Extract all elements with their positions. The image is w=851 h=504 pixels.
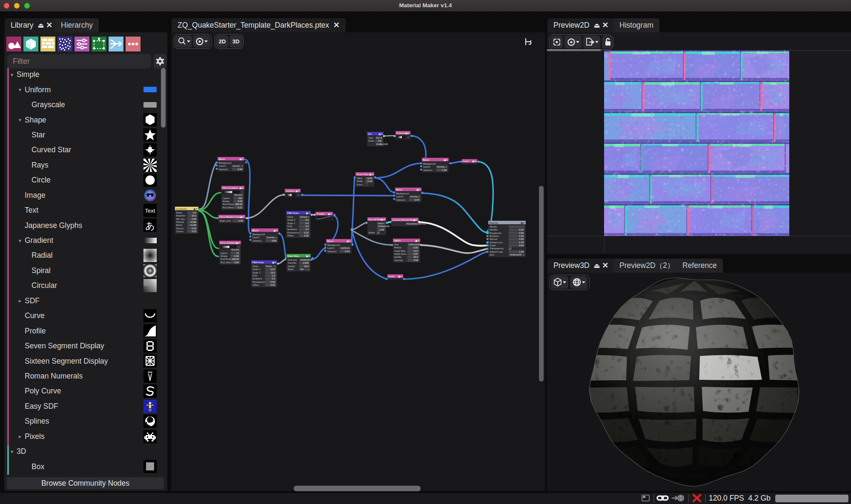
svg-text:Blend: Blend — [219, 158, 225, 160]
svg-text:Rnd offset: Rnd offset — [221, 261, 231, 264]
svg-text:Background: Background — [423, 162, 436, 165]
svg-text:0.50: 0.50 — [519, 244, 524, 247]
svg-text:0.50: 0.50 — [413, 246, 418, 249]
svg-text:Opacity1: Opacity1 — [423, 169, 433, 171]
svg-text:Opacity1: Opacity1 — [327, 250, 337, 253]
svg-text:Stretch: Stretch — [234, 194, 241, 196]
svg-text:Math Warp: Math Warp — [288, 255, 299, 257]
svg-text:0.00: 0.00 — [270, 284, 275, 286]
svg-text:180.00: 180.00 — [235, 203, 242, 205]
svg-text:12.0: 12.0 — [413, 250, 418, 252]
svg-text:2.800: 2.800 — [303, 262, 309, 264]
svg-text:▣✕: ▣✕ — [273, 229, 278, 232]
svg-text:あ: あ — [145, 220, 155, 231]
svg-text:▣✕: ▣✕ — [272, 261, 276, 264]
svg-text:▣✕: ▣✕ — [369, 173, 373, 176]
svg-text:Overlay: Overlay — [266, 236, 275, 239]
svg-text:Convert Normal Map: Convert Normal Map — [393, 219, 415, 221]
svg-text:Layer1: Layer1 — [396, 195, 404, 198]
svg-text:Unnamed: Unnamed — [176, 208, 186, 210]
svg-text:▣✕: ▣✕ — [239, 158, 244, 160]
svg-text:Intensity: Intensity — [288, 262, 297, 264]
svg-text:Tonality: Tonality — [317, 213, 325, 215]
svg-text:Perlin: Perlin — [266, 265, 272, 268]
svg-text:Persistence: Persistence — [252, 281, 265, 283]
svg-text:Input: Input — [378, 222, 384, 225]
svg-text:Background: Background — [396, 192, 409, 195]
svg-text:Layer1: Layer1 — [327, 247, 335, 249]
svg-text:▣✕: ▣✕ — [239, 187, 244, 189]
svg-text:Rotate: Rotate — [223, 200, 229, 202]
svg-text:5.0: 5.0 — [272, 277, 275, 280]
svg-text:0.69: 0.69 — [272, 239, 276, 242]
svg-text:Rnd Rotate: Rnd Rotate — [223, 203, 235, 205]
svg-text:Min size: Min size — [176, 218, 185, 220]
svg-text:Type: Type — [368, 137, 373, 139]
svg-text:▣✕: ▣✕ — [306, 255, 310, 257]
svg-text:Scale Y: Scale Y — [252, 271, 261, 274]
svg-text:2.55: 2.55 — [413, 259, 418, 262]
svg-text:AddSub: AddSub — [341, 247, 349, 249]
svg-text:Material: Material — [490, 222, 498, 224]
svg-text:3.0: 3.0 — [305, 225, 309, 228]
svg-text:0.32: 0.32 — [367, 177, 372, 179]
svg-text:Dirt: Dirt — [368, 133, 372, 135]
svg-text:Layers: Layers — [223, 197, 230, 199]
svg-text:0.55: 0.55 — [192, 218, 196, 220]
svg-text:FBM Noise: FBM Noise — [287, 212, 299, 214]
svg-text:Background: Background — [252, 233, 265, 236]
svg-text:Ambient occ.: Ambient occ. — [490, 241, 503, 244]
svg-text:Normal Map: Normal Map — [369, 218, 381, 221]
svg-text:0.79: 0.79 — [519, 241, 524, 244]
svg-text:Colorize: Colorize — [397, 132, 406, 134]
svg-text:0.47: 0.47 — [415, 199, 419, 201]
svg-text:▣✕: ▣✕ — [295, 190, 300, 192]
svg-text:Corner: Corner — [176, 230, 183, 233]
svg-text:0.44: 0.44 — [345, 250, 350, 253]
svg-text:Normal: Normal — [490, 238, 497, 240]
svg-text:Persistence: Persistence — [287, 231, 300, 234]
svg-text:13.0: 13.0 — [270, 271, 275, 274]
svg-text:Tones Step: Tones Step — [357, 173, 369, 176]
svg-text:Blend: Blend — [423, 159, 429, 161]
svg-text:2.00: 2.00 — [519, 238, 524, 240]
svg-text:Iterations: Iterations — [287, 228, 297, 231]
svg-text:0.10: 0.10 — [367, 180, 372, 182]
svg-text:▣✕: ▣✕ — [398, 275, 402, 278]
svg-text:▣✕: ▣✕ — [416, 188, 421, 191]
svg-text:0.22: 0.22 — [192, 230, 196, 233]
svg-text:Bevel: Bevel — [176, 224, 182, 226]
svg-text:▣✕: ▣✕ — [415, 239, 419, 242]
svg-text:5.0: 5.0 — [305, 222, 309, 225]
svg-text:0.48: 0.48 — [238, 168, 242, 171]
svg-text:Depth Zone: Depth Zone — [394, 253, 407, 255]
svg-text:2048x2048: 2048x2048 — [376, 143, 388, 145]
svg-text:Scale: Scale — [368, 140, 374, 142]
svg-text:Fold: Fold — [287, 225, 292, 228]
svg-text:Quality: Quality — [288, 265, 295, 268]
svg-text:Subsurf scat.: Subsurf scat. — [490, 251, 504, 253]
svg-text:180.00: 180.00 — [232, 258, 239, 260]
svg-text:Iterations: Iterations — [252, 277, 262, 280]
svg-text:Size: Size — [394, 243, 399, 246]
svg-text:12: 12 — [236, 252, 239, 254]
svg-text:Size: Size — [490, 253, 494, 256]
svg-text:Noise: Noise — [287, 216, 293, 218]
svg-text:Fold: Fold — [252, 274, 257, 277]
svg-text:▣✕: ▣✕ — [328, 213, 332, 215]
svg-text:Depth: Depth — [490, 244, 496, 247]
svg-text:Rnd offset: Rnd offset — [223, 206, 233, 209]
svg-text:Layer1: Layer1 — [423, 165, 430, 168]
svg-text:0.57: 0.57 — [413, 253, 418, 255]
svg-text:Text: Text — [145, 208, 155, 214]
svg-text:Roughness: Roughness — [490, 232, 501, 234]
svg-text:0.21: 0.21 — [238, 206, 242, 209]
svg-text:2.0: 2.0 — [305, 228, 309, 231]
svg-text:1.00: 1.00 — [442, 169, 447, 171]
svg-text:▣✕: ▣✕ — [472, 160, 476, 162]
svg-text:Radius: Radius — [394, 246, 401, 249]
svg-text:Offset: Offset — [252, 284, 259, 286]
svg-text:▣✕: ▣✕ — [521, 222, 525, 224]
svg-text:0.00: 0.00 — [234, 255, 239, 257]
svg-text:Width: Width — [357, 180, 363, 182]
